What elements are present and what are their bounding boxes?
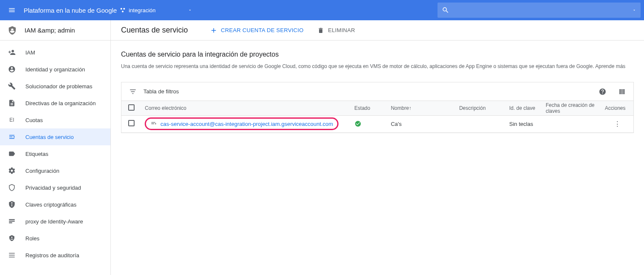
service-account-icon	[150, 120, 157, 127]
row-keyid: Sin teclas	[506, 115, 542, 132]
create-label: CREAR CUENTA DE SERVICIO	[221, 27, 303, 33]
chevron-down-icon	[188, 8, 192, 12]
page-description: Una cuenta de servicio representa una id…	[121, 63, 634, 70]
proxy-icon	[8, 218, 16, 225]
quotas-icon: EI	[8, 117, 16, 123]
topbar: Plataforma en la nube de Google integrac…	[0, 0, 644, 20]
search-input[interactable]	[454, 7, 628, 14]
col-actions: Acciones	[602, 101, 633, 115]
email-highlight: cas-service-account@cas-integration-proj…	[145, 117, 339, 130]
page-title: Cuentas de servicio	[121, 26, 188, 35]
content: Cuentas de servicio CREAR CUENTA DE SERV…	[111, 20, 644, 275]
sidebar-item-privacy[interactable]: Privacidad y seguridad	[0, 179, 110, 196]
plus-icon	[210, 27, 217, 34]
chevron-down-icon[interactable]	[632, 8, 636, 12]
settings-icon	[8, 167, 16, 174]
sidebar-item-roles[interactable]: Roles	[0, 230, 110, 247]
search-box[interactable]	[438, 3, 641, 18]
nav-label: IAM	[25, 49, 35, 56]
filter-icon[interactable]	[129, 88, 137, 95]
page-subtitle: Cuentas de servicio para la integración …	[121, 51, 634, 58]
nav-label: Configuración	[25, 168, 59, 174]
columns-icon[interactable]	[618, 88, 626, 95]
roles-icon	[8, 234, 16, 242]
col-email[interactable]: Correo electrónico	[141, 101, 351, 115]
row-description	[456, 115, 506, 132]
shield-icon	[8, 26, 17, 35]
row-more-actions-icon[interactable]: ⋮	[614, 120, 621, 128]
description-icon	[8, 99, 16, 107]
svg-point-1	[123, 8, 125, 10]
sidebar-item-org-policies[interactable]: Directivas de la organización	[0, 95, 110, 112]
svg-point-0	[121, 8, 122, 10]
sidebar-item-troubleshooter[interactable]: Solucionador de problemas	[0, 78, 110, 95]
sidebar-item-iam[interactable]: IAM	[0, 44, 110, 61]
label-icon	[8, 150, 16, 158]
shield-outline-icon	[8, 184, 16, 191]
service-account-email[interactable]: cas-service-account@cas-integration-proj…	[160, 121, 333, 127]
sidebar-item-quotas[interactable]: EI Cuotas	[0, 112, 110, 128]
sidebar-item-labels[interactable]: Etiquetas	[0, 145, 110, 162]
svg-rect-6	[9, 222, 12, 223]
col-description[interactable]: Descripción	[456, 101, 506, 115]
svg-rect-4	[9, 219, 15, 220]
table-header-row: Correo electrónico Estado Nombre↑ Descri…	[121, 101, 633, 115]
row-keycreated	[542, 115, 602, 132]
key-shield-icon	[8, 201, 16, 208]
nav-label: Solucionador de problemas	[25, 83, 92, 90]
sidebar-item-service-accounts[interactable]: Cuentas de servicio	[0, 128, 110, 145]
sidebar-item-settings[interactable]: Configuración	[0, 162, 110, 179]
sidebar-item-identity[interactable]: Identidad y organización	[0, 61, 110, 78]
create-service-account-button[interactable]: CREAR CUENTA DE SERVICIO	[210, 27, 303, 34]
sidebar: IAM &amp; admin IAM Identidad y organiza…	[0, 20, 111, 275]
service-accounts-table: Tabla de filtros Correo electrónico Esta…	[121, 82, 634, 133]
sidebar-nav: IAM Identidad y organización Solucionado…	[0, 41, 110, 264]
nav-label: Cuotas	[25, 117, 43, 123]
person-add-icon	[8, 49, 16, 56]
table-row: cas-service-account@cas-integration-proj…	[121, 115, 633, 132]
select-all-checkbox[interactable]	[128, 104, 135, 111]
table-filter-bar: Tabla de filtros	[121, 82, 633, 101]
nav-label: Registros de auditoría	[25, 252, 79, 259]
delete-label: ELIMINAR	[328, 27, 355, 33]
sort-arrow-up-icon: ↑	[409, 105, 411, 111]
content-header: Cuentas de servicio CREAR CUENTA DE SERV…	[111, 20, 644, 41]
menu-icon[interactable]	[3, 2, 20, 19]
project-name: integración	[129, 7, 156, 14]
nav-label: Directivas de la organización	[25, 100, 96, 106]
svg-rect-8	[622, 89, 623, 94]
wrench-icon	[8, 82, 16, 90]
search-icon	[442, 6, 449, 14]
svg-point-2	[122, 11, 124, 12]
row-checkbox[interactable]	[128, 120, 135, 126]
status-enabled-icon	[355, 120, 384, 127]
col-name[interactable]: Nombre↑	[388, 101, 456, 115]
filter-label[interactable]: Tabla de filtros	[143, 88, 587, 95]
delete-button[interactable]: ELIMINAR	[317, 27, 355, 34]
sidebar-item-iap[interactable]: proxy de Identity-Aware	[0, 213, 110, 230]
sidebar-title: IAM &amp; admin	[25, 27, 75, 34]
svg-point-3	[14, 136, 15, 138]
project-icon	[119, 7, 126, 14]
help-icon[interactable]	[599, 88, 606, 95]
nav-label: proxy de Identity-Aware	[25, 218, 83, 225]
nav-label: Etiquetas	[25, 151, 48, 157]
project-selector[interactable]: integración	[119, 7, 192, 14]
col-keycreated[interactable]: Fecha de creación de claves	[542, 101, 602, 115]
nav-label: Identidad y organización	[25, 66, 85, 73]
svg-rect-9	[623, 89, 625, 94]
nav-label: Roles	[25, 235, 39, 242]
sidebar-item-crypto-keys[interactable]: Claves criptográficas	[0, 196, 110, 213]
col-status[interactable]: Estado	[351, 101, 388, 115]
nav-label: Privacidad y seguridad	[25, 185, 81, 191]
row-name: Ca's	[388, 115, 456, 132]
col-keyid[interactable]: Id. de clave	[506, 101, 542, 115]
svg-rect-5	[9, 221, 15, 222]
learn-more-link[interactable]: Aprende más	[595, 63, 625, 69]
sidebar-header: IAM &amp; admin	[0, 20, 110, 41]
account-circle-icon	[8, 65, 16, 73]
audit-icon	[8, 251, 16, 259]
sidebar-item-audit[interactable]: Registros de auditoría	[0, 247, 110, 264]
service-account-icon	[8, 133, 16, 141]
nav-label: Claves criptográficas	[25, 201, 77, 208]
